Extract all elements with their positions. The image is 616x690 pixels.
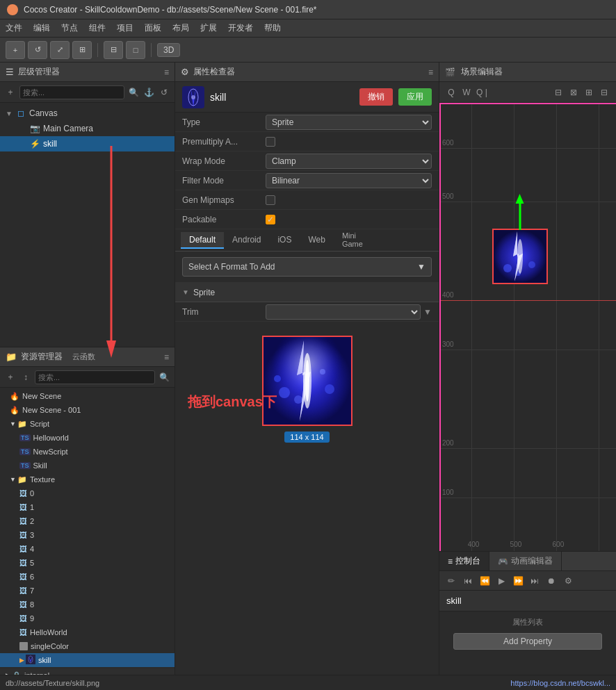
console-prev-btn[interactable]: ⏮ xyxy=(462,575,474,587)
asset-tex-3[interactable]: 🖼3 xyxy=(0,528,175,542)
assets-sort-btn[interactable]: ↕ xyxy=(19,371,32,384)
hierarchy-menu-btn[interactable]: ≡ xyxy=(164,67,169,77)
console-play-btn[interactable]: ▶ xyxy=(495,575,508,587)
canvas-arrow: ▼ xyxy=(6,110,15,117)
asset-tex-4[interactable]: 🖼4 xyxy=(0,542,175,556)
menu-file[interactable]: 文件 xyxy=(6,22,22,34)
scene-title: 场景编辑器 xyxy=(461,66,503,78)
props-menu-btn[interactable]: ≡ xyxy=(428,67,433,77)
apply-button[interactable]: 应用 xyxy=(398,88,432,106)
canvas-icon: ◻ xyxy=(15,108,26,119)
toolbar-rect-btn[interactable]: □ xyxy=(126,41,145,59)
filter-value[interactable]: Bilinear xyxy=(266,173,432,188)
asset-tex-7[interactable]: 🖼7 xyxy=(0,584,175,598)
console-step-fwd-btn[interactable]: ⏩ xyxy=(512,575,524,587)
console-edit-btn[interactable]: ✏ xyxy=(445,575,457,587)
tex-5-label: 5 xyxy=(30,559,34,567)
hierarchy-refresh-btn[interactable]: ↺ xyxy=(158,86,170,99)
console-record-btn[interactable]: ⏺ xyxy=(545,575,558,587)
scene-fit-btn[interactable]: Q | xyxy=(476,86,488,99)
tree-item-skill[interactable]: ⚡ skill xyxy=(0,136,175,151)
hierarchy-link-btn[interactable]: ⚓ xyxy=(143,86,155,99)
menu-developer[interactable]: 开发者 xyxy=(228,22,253,34)
assets-menu-btn[interactable]: ≡ xyxy=(164,352,169,362)
asset-tex-6[interactable]: 🖼6 xyxy=(0,570,175,584)
console-step-back-btn[interactable]: ⏪ xyxy=(478,575,491,587)
filter-select[interactable]: Bilinear xyxy=(266,173,432,188)
menu-component[interactable]: 组件 xyxy=(89,22,106,34)
toolbar-scene-btn[interactable]: ⊟ xyxy=(104,41,123,59)
toolbar-add-btn[interactable]: + xyxy=(6,41,25,59)
premultiply-checkbox[interactable] xyxy=(266,137,275,147)
type-value[interactable]: Sprite xyxy=(266,115,432,130)
console-settings-btn[interactable]: ⚙ xyxy=(562,575,574,587)
asset-tex-5[interactable]: 🖼5 xyxy=(0,556,175,570)
toolbar-grid-btn[interactable]: ⊞ xyxy=(72,41,92,59)
scene-gizmo-2[interactable]: ⊠ xyxy=(567,86,580,99)
scene-zoom-in-btn[interactable]: Q xyxy=(445,86,457,99)
texture-thumbnail xyxy=(262,336,352,426)
trim-arrow: ▼ xyxy=(423,307,432,317)
tab-minigame[interactable]: MiniGame xyxy=(334,229,371,252)
cancel-button[interactable]: 撤销 xyxy=(359,88,393,106)
menu-help[interactable]: 帮助 xyxy=(264,22,281,34)
type-select[interactable]: Sprite xyxy=(266,115,432,130)
menu-layout[interactable]: 布局 xyxy=(172,22,189,34)
assets-actions: ≡ xyxy=(164,352,169,362)
tab-console[interactable]: ≡ 控制台 xyxy=(439,552,489,570)
tab-ios[interactable]: iOS xyxy=(269,232,300,249)
packable-checkbox[interactable]: ✓ xyxy=(266,215,275,224)
asset-tex-0[interactable]: 🖼0 xyxy=(0,486,175,500)
hierarchy-search-btn[interactable]: 🔍 xyxy=(127,86,140,99)
toolbar-refresh-btn[interactable]: ↺ xyxy=(28,41,47,59)
menu-panel[interactable]: 面板 xyxy=(145,22,161,34)
console-next-btn[interactable]: ⏭ xyxy=(528,575,541,587)
scene-toolbar: Q W Q | ⊟ ⊠ ⊞ ⊟ xyxy=(439,82,616,103)
tab-web[interactable]: Web xyxy=(300,232,333,249)
asset-new-scene-001[interactable]: 🔥 New Scene - 001 xyxy=(0,403,175,417)
add-property-button[interactable]: Add Property xyxy=(453,633,602,650)
tab-animation[interactable]: 🎮 动画编辑器 xyxy=(489,552,562,570)
scene-gizmo-1[interactable]: ⊟ xyxy=(552,86,565,99)
trim-select[interactable] xyxy=(266,304,421,320)
asset-tex-9[interactable]: 🖼9 xyxy=(0,611,175,625)
asset-folder-script[interactable]: ▼ 📁 Script xyxy=(0,417,175,431)
asset-skill-png[interactable]: ▶ skill xyxy=(0,653,175,667)
asset-folder-texture[interactable]: ▼ 📁 Texture xyxy=(0,473,175,486)
assets-add-btn[interactable]: + xyxy=(4,371,17,384)
asset-helloworld[interactable]: TS Helloworld xyxy=(0,431,175,445)
menu-node[interactable]: 节点 xyxy=(61,22,78,34)
asset-tex-8[interactable]: 🖼8 xyxy=(0,598,175,611)
sprite-section-header[interactable]: ▼ Sprite xyxy=(175,283,439,302)
menu-edit[interactable]: 编辑 xyxy=(33,22,50,34)
tree-item-canvas[interactable]: ▼ ◻ Canvas xyxy=(0,106,175,121)
asset-newscript[interactable]: TS NewScript xyxy=(0,445,175,459)
menu-project[interactable]: 项目 xyxy=(117,22,133,34)
asset-skill-script[interactable]: TS Skill xyxy=(0,459,175,473)
hierarchy-search[interactable] xyxy=(19,85,124,99)
asset-helloworld-png[interactable]: 🖼HelloWorld xyxy=(0,625,175,639)
tab-default[interactable]: Default xyxy=(181,232,224,249)
assets-search[interactable] xyxy=(35,370,155,384)
asset-single-color[interactable]: singleColor xyxy=(0,639,175,653)
scene-zoom-out-btn[interactable]: W xyxy=(460,86,473,99)
toolbar-3d-btn[interactable]: 3D xyxy=(157,43,180,57)
toolbar-expand-btn[interactable]: ⤢ xyxy=(50,41,70,59)
right-column: 🎬 场景编辑器 Q W Q | ⊟ ⊠ ⊞ ⊟ xyxy=(439,63,616,690)
tree-item-camera[interactable]: 📷 Main Camera xyxy=(0,121,175,136)
format-dropdown[interactable]: Select A Format To Add ▼ xyxy=(182,257,432,277)
scene-gizmo-3[interactable]: ⊞ xyxy=(583,86,595,99)
menu-extend[interactable]: 扩展 xyxy=(200,22,217,34)
wrap-select[interactable]: Clamp xyxy=(266,154,432,169)
mipmaps-checkbox[interactable] xyxy=(266,195,275,205)
scene-canvas[interactable]: 600 500 400 300 200 100 400 500 600 xyxy=(439,103,616,551)
asset-tex-1[interactable]: 🖼1 xyxy=(0,500,175,514)
asset-new-scene[interactable]: 🔥 New Scene xyxy=(0,389,175,403)
wrap-value[interactable]: Clamp xyxy=(266,154,432,169)
assets-search-icon[interactable]: 🔍 xyxy=(158,371,170,384)
hierarchy-add-btn[interactable]: + xyxy=(4,86,17,99)
assets-title: 资源管理器 xyxy=(21,351,63,363)
tab-android[interactable]: Android xyxy=(224,232,269,249)
scene-gizmo-4[interactable]: ⊟ xyxy=(598,86,610,99)
asset-tex-2[interactable]: 🖼2 xyxy=(0,514,175,528)
